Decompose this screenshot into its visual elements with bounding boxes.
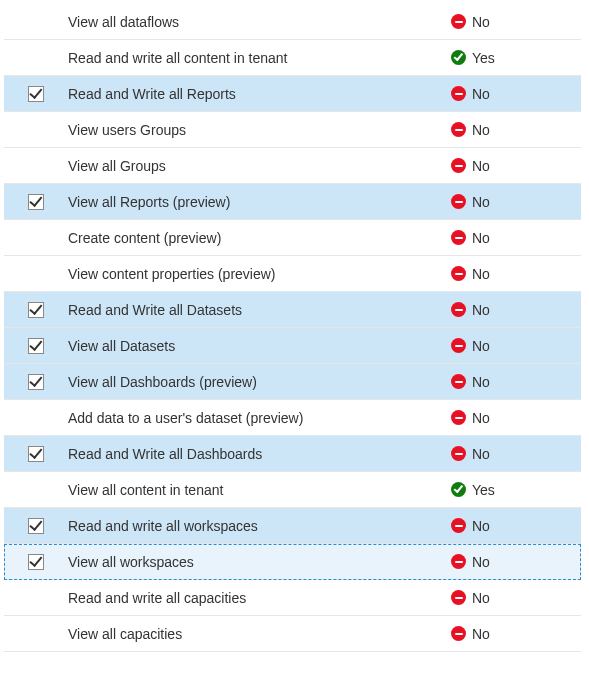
denied-icon (451, 590, 466, 605)
status-text: No (472, 590, 490, 606)
permission-row[interactable]: View all workspacesNo (4, 544, 581, 580)
permission-label: View all Dashboards (preview) (68, 374, 451, 390)
status-text: No (472, 122, 490, 138)
permission-label: Add data to a user's dataset (preview) (68, 410, 451, 426)
permission-row[interactable]: Read and Write all DatasetsNo (4, 292, 581, 328)
permission-label: View all Datasets (68, 338, 451, 354)
permission-row[interactable]: Read and Write all ReportsNo (4, 76, 581, 112)
denied-icon (451, 338, 466, 353)
checkbox-cell (4, 302, 68, 318)
denied-icon (451, 554, 466, 569)
permission-row[interactable]: View all capacitiesNo (4, 616, 581, 652)
status-cell: No (451, 194, 581, 210)
permission-label: View users Groups (68, 122, 451, 138)
permissions-table: View all dataflowsNoRead and write all c… (0, 4, 589, 652)
status-text: No (472, 194, 490, 210)
permission-label: View all Reports (preview) (68, 194, 451, 210)
denied-icon (451, 194, 466, 209)
row-checkbox[interactable] (28, 86, 44, 102)
permission-row[interactable]: View all DatasetsNo (4, 328, 581, 364)
status-cell: No (451, 518, 581, 534)
checkbox-cell (4, 86, 68, 102)
status-text: No (472, 626, 490, 642)
row-checkbox[interactable] (28, 518, 44, 534)
checkbox-cell (4, 446, 68, 462)
permission-label: Read and Write all Dashboards (68, 446, 451, 462)
denied-icon (451, 446, 466, 461)
denied-icon (451, 14, 466, 29)
row-checkbox[interactable] (28, 194, 44, 210)
permission-row[interactable]: Add data to a user's dataset (preview)No (4, 400, 581, 436)
status-text: Yes (472, 482, 495, 498)
permission-label: View all dataflows (68, 14, 451, 30)
permission-label: Read and Write all Reports (68, 86, 451, 102)
status-cell: No (451, 626, 581, 642)
permission-row[interactable]: View all GroupsNo (4, 148, 581, 184)
status-text: No (472, 302, 490, 318)
permission-row[interactable]: Read and write all capacitiesNo (4, 580, 581, 616)
status-text: No (472, 374, 490, 390)
row-checkbox[interactable] (28, 554, 44, 570)
status-cell: No (451, 410, 581, 426)
status-text: No (472, 86, 490, 102)
status-cell: No (451, 590, 581, 606)
status-text: No (472, 554, 490, 570)
status-text: Yes (472, 50, 495, 66)
row-checkbox[interactable] (28, 302, 44, 318)
permission-label: Read and Write all Datasets (68, 302, 451, 318)
denied-icon (451, 374, 466, 389)
status-cell: No (451, 14, 581, 30)
row-checkbox[interactable] (28, 446, 44, 462)
status-cell: No (451, 230, 581, 246)
permission-label: View all capacities (68, 626, 451, 642)
granted-icon (451, 50, 466, 65)
permission-row[interactable]: View all dataflowsNo (4, 4, 581, 40)
checkbox-cell (4, 554, 68, 570)
status-cell: No (451, 374, 581, 390)
denied-icon (451, 86, 466, 101)
permission-row[interactable]: View content properties (preview)No (4, 256, 581, 292)
status-cell: No (451, 338, 581, 354)
permission-row[interactable]: Create content (preview)No (4, 220, 581, 256)
denied-icon (451, 158, 466, 173)
row-checkbox[interactable] (28, 374, 44, 390)
status-cell: Yes (451, 50, 581, 66)
status-text: No (472, 266, 490, 282)
checkbox-cell (4, 374, 68, 390)
permission-row[interactable]: View all content in tenantYes (4, 472, 581, 508)
status-text: No (472, 518, 490, 534)
status-cell: No (451, 158, 581, 174)
permission-label: View all workspaces (68, 554, 451, 570)
denied-icon (451, 410, 466, 425)
status-text: No (472, 410, 490, 426)
permission-label: Read and write all capacities (68, 590, 451, 606)
status-text: No (472, 338, 490, 354)
denied-icon (451, 302, 466, 317)
denied-icon (451, 626, 466, 641)
permission-label: Create content (preview) (68, 230, 451, 246)
permission-row[interactable]: View all Reports (preview)No (4, 184, 581, 220)
denied-icon (451, 122, 466, 137)
row-checkbox[interactable] (28, 338, 44, 354)
status-cell: No (451, 266, 581, 282)
status-cell: No (451, 446, 581, 462)
denied-icon (451, 518, 466, 533)
permission-row[interactable]: Read and write all content in tenantYes (4, 40, 581, 76)
permission-row[interactable]: View users GroupsNo (4, 112, 581, 148)
checkbox-cell (4, 518, 68, 534)
status-cell: No (451, 86, 581, 102)
permission-row[interactable]: View all Dashboards (preview)No (4, 364, 581, 400)
permission-label: View all Groups (68, 158, 451, 174)
status-cell: No (451, 122, 581, 138)
status-text: No (472, 158, 490, 174)
status-text: No (472, 446, 490, 462)
checkbox-cell (4, 194, 68, 210)
permission-row[interactable]: Read and Write all DashboardsNo (4, 436, 581, 472)
status-cell: Yes (451, 482, 581, 498)
permission-label: View content properties (preview) (68, 266, 451, 282)
permission-row[interactable]: Read and write all workspacesNo (4, 508, 581, 544)
status-cell: No (451, 554, 581, 570)
status-text: No (472, 230, 490, 246)
permission-label: Read and write all content in tenant (68, 50, 451, 66)
permission-label: Read and write all workspaces (68, 518, 451, 534)
